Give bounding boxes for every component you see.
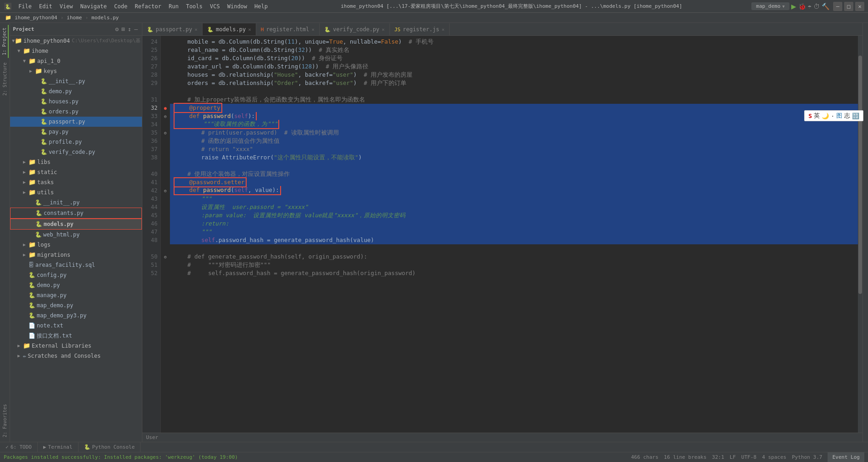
tree-root[interactable]: ▼ 📁 ihome_python04 C:\Users\fxd\Desktop\… <box>10 36 142 46</box>
tree-extlibs[interactable]: ▶ 📁 External Libraries <box>10 341 142 351</box>
status-lf[interactable]: LF <box>730 454 736 460</box>
tree-mapdemo[interactable]: 🐍 map_demo.py <box>10 300 142 310</box>
profile-button[interactable]: ⏱ <box>813 3 820 10</box>
sidebar-collapse-icon[interactable]: – <box>134 26 138 33</box>
status-encoding[interactable]: UTF-8 <box>741 454 756 460</box>
folder-icon: 📁 <box>35 67 42 76</box>
tree-logs[interactable]: ▶ 📁 logs <box>10 240 142 250</box>
tree-note[interactable]: 📄 note.txt <box>10 321 142 331</box>
debug-button[interactable]: 🐞 <box>798 3 806 10</box>
menu-navigate[interactable]: Navigate <box>77 2 111 11</box>
sidebar-gear-icon[interactable]: ⚙ <box>115 26 119 33</box>
status-linebreaks[interactable]: 16 line breaks <box>664 454 707 460</box>
tree-demo2[interactable]: 🐍 demo.py <box>10 280 142 290</box>
folder-icon: 📁 <box>28 178 36 187</box>
status-position[interactable]: 32:1 <box>712 454 724 460</box>
tree-init-ihome[interactable]: 🐍 __init__.py <box>10 197 142 208</box>
tree-migrations[interactable]: ▶ 📁 migrations <box>10 250 142 260</box>
status-chars[interactable]: 466 chars <box>631 454 659 460</box>
close-button[interactable]: ✕ <box>855 2 864 11</box>
folder-icon: 📁 <box>28 188 36 197</box>
tree-manage[interactable]: 🐍 manage.py <box>10 290 142 300</box>
sidebar-layout-icon[interactable]: ⊞ <box>122 26 125 33</box>
close-icon[interactable]: × <box>382 27 385 33</box>
menu-help[interactable]: Help <box>251 2 271 11</box>
breadcrumb-project[interactable]: ihome_python04 <box>15 15 57 21</box>
close-icon[interactable]: × <box>194 27 197 33</box>
code-editor[interactable]: 24 25 26 27 28 29 31 32 33 34 35 36 37 3… <box>142 36 862 433</box>
panel-tab-structure[interactable]: 2: Structure <box>1 60 8 98</box>
close-icon[interactable]: × <box>311 27 315 33</box>
py-icon: 🐍 <box>40 117 47 126</box>
tree-config[interactable]: 🐍 config.py <box>10 270 142 280</box>
event-log[interactable]: Event Log <box>828 452 864 462</box>
menu-bar: File Edit View Navigate Code Refactor Ru… <box>15 2 271 11</box>
close-icon[interactable]: × <box>248 27 251 33</box>
tree-init-api[interactable]: 🐍 __init__.py <box>10 76 142 86</box>
tree-api[interactable]: ▼ 📁 api_1_0 <box>10 56 142 66</box>
code-line-25: real_name = db.Column(db.String(32)) # 真… <box>170 46 858 54</box>
code-content[interactable]: mobile = db.Column(db.String(11), unique… <box>170 36 858 433</box>
todo-tab[interactable]: ✓ 6: TODO <box>0 442 38 452</box>
tree-interface[interactable]: 📄 接口文档.txt <box>10 331 142 341</box>
coverage-button[interactable]: ☂ <box>808 3 812 10</box>
folder-icon: 📁 <box>28 168 36 177</box>
tree-verifycode[interactable]: 🐍 verify_code.py <box>10 147 142 157</box>
menu-view[interactable]: View <box>56 2 77 11</box>
menu-refactor[interactable]: Refactor <box>131 2 165 11</box>
tab-verify-code[interactable]: 🐍 verify_code.py × <box>320 23 390 35</box>
tree-scratches[interactable]: ▶ ✏ Scratches and Consoles <box>10 351 142 361</box>
menu-code[interactable]: Code <box>111 2 131 11</box>
tab-models[interactable]: 🐍 models.py × <box>203 23 256 35</box>
tab-register-html[interactable]: H register.html × <box>256 23 320 35</box>
tab-passport[interactable]: 🐍 passport.py × <box>142 23 203 35</box>
sidebar-sort-icon[interactable]: ↕ <box>128 26 131 33</box>
menu-edit[interactable]: Edit <box>35 2 56 11</box>
panel-tab-favorites[interactable]: 2: Favorites <box>1 401 8 440</box>
menu-window[interactable]: Window <box>224 2 251 11</box>
run-button[interactable]: ▶ <box>791 1 796 11</box>
breadcrumb-ihome[interactable]: ihome <box>67 15 82 21</box>
tree-sql[interactable]: 🗄 areas_facility.sql <box>10 260 142 270</box>
menu-run[interactable]: Run <box>165 2 182 11</box>
tree-mapdemo3[interactable]: 🐍 map_demo_py3.py <box>10 310 142 321</box>
tree-keys[interactable]: ▶ 📁 keys <box>10 66 142 76</box>
build-button[interactable]: 🔨 <box>822 3 829 10</box>
tree-webhtml[interactable]: 🐍 web_html.py <box>10 230 142 240</box>
status-indent[interactable]: 4 spaces <box>762 454 786 460</box>
tree-passport[interactable]: 🐍 passport.py <box>10 117 142 127</box>
tree-houses[interactable]: 🐍 houses.py <box>10 96 142 107</box>
menu-vcs[interactable]: VCS <box>206 2 224 11</box>
tree-demo[interactable]: 🐍 demo.py <box>10 86 142 96</box>
tab-register-js[interactable]: JS register.js × <box>390 23 450 35</box>
menu-file[interactable]: File <box>15 2 35 11</box>
menu-tools[interactable]: Tools <box>182 2 206 11</box>
tree-constants[interactable]: 🐍 constants.py <box>10 208 142 219</box>
tree-libs[interactable]: ▶ 📁 libs <box>10 157 142 167</box>
python-console-tab[interactable]: 🐍 Python Console <box>79 442 141 452</box>
tree-tasks[interactable]: ▶ 📁 tasks <box>10 177 142 187</box>
tree-pay[interactable]: 🐍 pay.py <box>10 127 142 137</box>
terminal-tab[interactable]: ▶ Terminal <box>38 442 79 452</box>
py-icon: 🐍 <box>28 291 35 300</box>
breadcrumb-file[interactable]: models.py <box>91 15 119 21</box>
minimize-button[interactable]: — <box>833 2 842 11</box>
code-line-50: # def generate_password_hash(self, origi… <box>170 253 858 261</box>
sql-icon: 🗄 <box>28 260 34 270</box>
tree-static[interactable]: ▶ 📁 static <box>10 167 142 177</box>
py-icon: 🐍 <box>207 27 214 33</box>
tree-models[interactable]: 🐍 models.py <box>10 219 142 230</box>
editor-scrollbar[interactable] <box>858 36 862 433</box>
run-config-selector[interactable]: map_demo ▼ <box>751 2 789 10</box>
panel-tab-project[interactable]: 1: Project <box>1 25 9 58</box>
close-icon[interactable]: × <box>441 27 445 33</box>
tree-profile[interactable]: 🐍 profile.py <box>10 137 142 147</box>
py-icon: 🐍 <box>40 137 47 146</box>
scratches-label: Scratches and Consoles <box>28 351 101 361</box>
tree-ihome[interactable]: ▼ 📁 ihome <box>10 46 142 56</box>
tree-utils[interactable]: ▶ 📁 utils <box>10 187 142 197</box>
maximize-button[interactable]: □ <box>844 2 853 11</box>
code-line-38: raise AttributeError("这个属性只能设置，不能读取") <box>170 153 858 162</box>
tree-orders[interactable]: 🐍 orders.py <box>10 107 142 117</box>
status-python[interactable]: Python 3.7 <box>792 454 822 460</box>
